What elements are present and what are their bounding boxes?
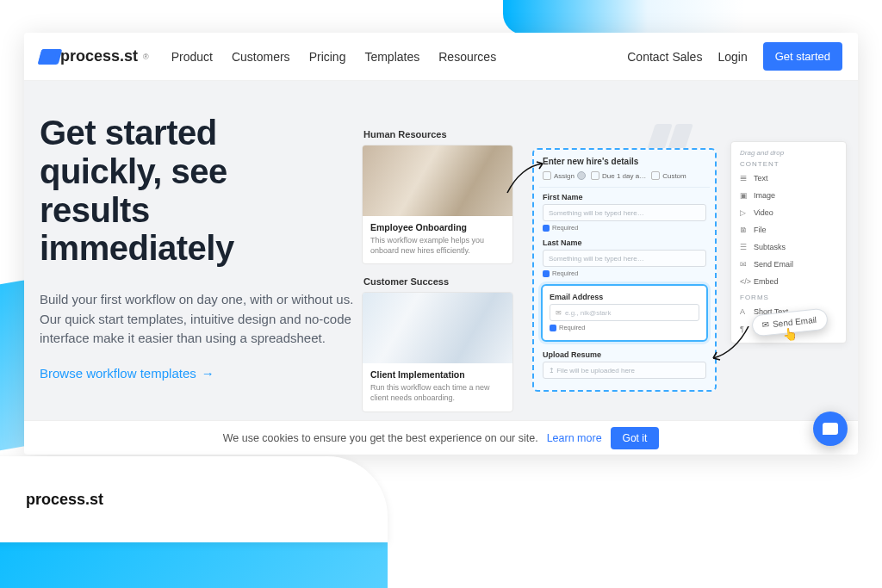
card-title: Client Implementation: [370, 369, 505, 380]
meta-assign[interactable]: Assign: [543, 171, 586, 180]
card-desc: Run this workflow each time a new client…: [370, 383, 505, 403]
section-cs: Customer Success: [363, 276, 513, 287]
meta-custom[interactable]: Custom: [651, 171, 686, 180]
required-flag[interactable]: Required: [550, 324, 699, 331]
task-meta: Assign Due 1 day a… Custom: [539, 171, 710, 188]
file-icon: 🗎: [740, 226, 748, 234]
card-client-implementation[interactable]: Client Implementation Run this workflow …: [362, 292, 513, 412]
video-icon: ▷: [740, 208, 748, 217]
label-last-name: Last Name: [543, 238, 706, 247]
block-embed[interactable]: </>Embed: [731, 273, 846, 290]
hero-section: Get started quickly, see results immedia…: [24, 81, 858, 455]
task-title: Enter new hire's details: [539, 157, 710, 171]
short-text-icon: A: [740, 307, 748, 316]
content-header: CONTENT: [731, 157, 846, 170]
card-title: Employee Onboarding: [370, 222, 505, 232]
input-first-name[interactable]: Something will be typed here…: [543, 204, 706, 221]
block-text[interactable]: 𝌆Text: [731, 170, 846, 187]
text-icon: 𝌆: [740, 174, 748, 183]
cookie-bar: We use cookies to ensure you get the bes…: [24, 420, 858, 455]
meta-due[interactable]: Due 1 day a…: [591, 171, 646, 180]
email-icon: ✉: [740, 260, 748, 269]
required-flag[interactable]: Required: [543, 224, 706, 232]
embed-icon: </>: [740, 277, 748, 286]
cookie-text: We use cookies to ensure you get the bes…: [223, 432, 538, 444]
nav-pricing[interactable]: Pricing: [309, 50, 346, 64]
nav-templates[interactable]: Templates: [364, 50, 419, 64]
nav-customers[interactable]: Customers: [232, 50, 290, 64]
nav-links: Product Customers Pricing Templates Reso…: [171, 50, 496, 64]
chat-launcher[interactable]: [813, 412, 848, 446]
nav-resources[interactable]: Resources: [438, 50, 496, 64]
login-link[interactable]: Login: [717, 50, 747, 64]
chat-icon: [823, 423, 838, 435]
block-file[interactable]: 🗎File: [731, 221, 846, 238]
drag-hint: Drag and drop: [731, 149, 846, 157]
top-nav: process.st® Product Customers Pricing Te…: [24, 33, 858, 81]
nav-right: Contact Sales Login Get started: [627, 42, 842, 71]
required-flag[interactable]: Required: [543, 269, 706, 277]
email-field-block[interactable]: Email Address e.g., nik@stark Required: [541, 284, 708, 342]
long-text-icon: ¶: [740, 325, 748, 333]
input-last-name[interactable]: Something will be typed here…: [543, 250, 706, 267]
image-caption: process.st: [0, 456, 388, 542]
get-started-button[interactable]: Get started: [763, 42, 842, 71]
subtasks-icon: ☰: [740, 243, 748, 251]
browse-templates-link[interactable]: Browse workflow templates: [40, 366, 214, 381]
card-employee-onboarding[interactable]: Employee Onboarding This workflow exampl…: [362, 145, 513, 264]
card-image: [363, 293, 512, 363]
nav-product[interactable]: Product: [171, 50, 213, 64]
contact-sales-link[interactable]: Contact Sales: [627, 50, 702, 64]
label-upload: Upload Resume: [543, 350, 706, 359]
logo-icon: [38, 49, 58, 65]
template-cards: Human Resources Employee Onboarding This…: [362, 124, 513, 424]
form-builder-canvas[interactable]: Enter new hire's details Assign Due 1 da…: [532, 148, 717, 392]
image-icon: ▣: [740, 191, 748, 200]
hero-body: Build your first workflow on day one, wi…: [40, 290, 358, 349]
card-desc: This workflow example helps you onboard …: [370, 236, 505, 256]
label-first-name: First Name: [543, 193, 706, 201]
logo[interactable]: process.st®: [40, 47, 149, 65]
cursor-hand-icon: 👆: [781, 326, 798, 342]
block-subtasks[interactable]: ☰Subtasks: [731, 238, 846, 256]
block-send-email[interactable]: ✉Send Email: [731, 256, 846, 273]
section-hr: Human Resources: [363, 129, 513, 139]
block-video[interactable]: ▷Video: [731, 204, 846, 221]
label-email: Email Address: [550, 293, 699, 301]
card-image: [363, 145, 512, 216]
cookie-accept-button[interactable]: Got it: [611, 427, 660, 449]
block-image[interactable]: ▣Image: [731, 187, 846, 204]
avatar-icon: [577, 171, 586, 180]
site-frame: process.st® Product Customers Pricing Te…: [24, 33, 858, 455]
caption-text: process.st: [26, 491, 103, 508]
cookie-learn-more-link[interactable]: Learn more: [547, 432, 602, 444]
input-upload[interactable]: ↥ File will be uploaded here: [543, 362, 706, 379]
logo-text: process.st: [60, 47, 138, 65]
forms-header: FORMS: [731, 290, 846, 303]
email-icon: ✉: [761, 320, 769, 331]
input-email[interactable]: e.g., nik@stark: [550, 304, 699, 321]
bg-gradient-top: [503, 0, 744, 34]
